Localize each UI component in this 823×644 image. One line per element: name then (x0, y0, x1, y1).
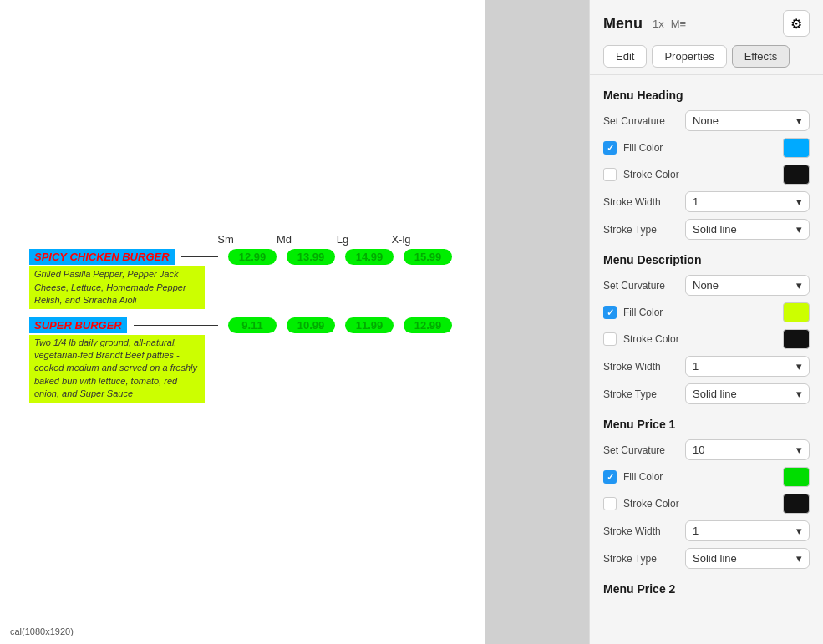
item-top-row-spicy: SPICY CHICKEN BURGER 12.99 13.99 14.99 1… (29, 249, 455, 265)
canvas-dimension-label: cal(1080x1920) (7, 626, 77, 637)
menu-item-spicy-chicken: SPICY CHICKEN BURGER 12.99 13.99 14.99 1… (29, 249, 455, 308)
fill-color-checkbox-heading[interactable]: ✓ (603, 141, 617, 155)
stroke-width-select-price1[interactable]: 1 ▾ (685, 520, 810, 541)
price-header-md: Md (255, 233, 313, 246)
menu-item-super-burger: SUPER BURGER 9.11 10.99 11.99 12.99 Two … (29, 317, 455, 403)
stroke-width-label-description: Stroke Width (603, 361, 678, 373)
stroke-width-select-heading[interactable]: 1 ▾ (685, 191, 810, 212)
price-badge-super-xlg: 12.99 (404, 317, 452, 333)
stroke-type-select-price1[interactable]: Solid line ▾ (685, 548, 810, 569)
price-headers-row: Sm Md Lg X-lg (196, 233, 455, 246)
item-name-spicy: SPICY CHICKEN BURGER (29, 249, 175, 265)
stroke-type-row-price1: Stroke Type Solid line ▾ (603, 548, 810, 569)
price-badge-spicy-md: 13.99 (287, 249, 335, 265)
panel-menu-icon: M≡ (671, 18, 686, 30)
section-title-heading: Menu Heading (603, 89, 810, 102)
stroke-color-row-description: Stroke Color (603, 329, 810, 349)
price-header-lg: Lg (313, 233, 372, 246)
price-header-sm: Sm (196, 233, 255, 246)
section-title-price2: Menu Price 2 (603, 582, 810, 596)
curvature-label-price1: Set Curvature (603, 444, 678, 456)
item-description-super: Two 1/4 lb daily ground, all-natural, ve… (29, 335, 205, 403)
price-header-xlg: X-lg (372, 233, 430, 246)
stroke-color-row-price1: Stroke Color (603, 494, 810, 514)
fill-color-swatch-description[interactable] (783, 302, 810, 322)
stroke-color-row-heading: Stroke Color (603, 165, 810, 185)
item-name-super: SUPER BURGER (29, 317, 127, 333)
stroke-width-row-price1: Stroke Width 1 ▾ (603, 520, 810, 541)
curvature-row-price1: Set Curvature 10 ▾ (603, 439, 810, 460)
menu-preview: Sm Md Lg X-lg SPICY CHICKEN BURGER 12.99… (4, 216, 480, 427)
curvature-select-description[interactable]: None ▾ (685, 275, 810, 296)
stroke-type-label-price1: Stroke Type (603, 553, 678, 565)
stroke-color-label-description: Stroke Color (623, 333, 776, 345)
section-title-price1: Menu Price 1 (603, 418, 810, 431)
curvature-select-heading[interactable]: None ▾ (685, 110, 810, 131)
canvas-area: Sm Md Lg X-lg SPICY CHICKEN BURGER 12.99… (0, 0, 589, 644)
stroke-width-row-heading: Stroke Width 1 ▾ (603, 191, 810, 212)
price-badge-spicy-lg: 14.99 (345, 249, 394, 265)
curvature-label-description: Set Curvature (603, 280, 678, 292)
stroke-color-checkbox-description[interactable] (603, 332, 617, 346)
panel-scale: 1x (653, 18, 664, 30)
stroke-type-row-description: Stroke Type Solid line ▾ (603, 383, 810, 404)
panel-title: Menu (603, 15, 643, 33)
stroke-width-select-description[interactable]: 1 ▾ (685, 356, 810, 377)
fill-color-checkbox-description[interactable]: ✓ (603, 306, 617, 319)
stroke-color-swatch-description[interactable] (783, 329, 810, 349)
price-line-spicy (181, 256, 218, 257)
curvature-row-description: Set Curvature None ▾ (603, 275, 810, 296)
price-badge-super-sm: 9.11 (228, 317, 277, 333)
price-badge-spicy-sm: 12.99 (228, 249, 277, 265)
fill-color-label-description: Fill Color (623, 307, 776, 318)
fill-color-row-price1: ✓ Fill Color (603, 467, 810, 487)
stroke-color-label-heading: Stroke Color (623, 169, 776, 180)
stroke-color-swatch-heading[interactable] (783, 165, 810, 185)
stroke-width-row-description: Stroke Width 1 ▾ (603, 356, 810, 377)
stroke-color-checkbox-price1[interactable] (603, 497, 617, 510)
fill-color-label-heading: Fill Color (623, 142, 776, 154)
stroke-color-swatch-price1[interactable] (783, 494, 810, 514)
price-badge-super-md: 10.99 (287, 317, 335, 333)
fill-color-swatch-price1[interactable] (783, 467, 810, 487)
price-line-super (134, 325, 218, 326)
stroke-type-label-description: Stroke Type (603, 388, 678, 400)
curvature-label-heading: Set Curvature (603, 115, 678, 127)
canvas-content: Sm Md Lg X-lg SPICY CHICKEN BURGER 12.99… (0, 0, 485, 644)
tab-effects[interactable]: Effects (732, 45, 790, 68)
fill-color-checkbox-price1[interactable]: ✓ (603, 470, 617, 484)
stroke-type-select-description[interactable]: Solid line ▾ (685, 383, 810, 404)
stroke-color-checkbox-heading[interactable] (603, 168, 617, 181)
price-badge-super-lg: 11.99 (345, 317, 394, 333)
tab-row: Edit Properties Effects (603, 45, 810, 68)
panel-body: Menu Heading Set Curvature None ▾ ✓ Fill… (590, 75, 823, 617)
fill-color-label-price1: Fill Color (623, 471, 776, 483)
stroke-type-label-heading: Stroke Type (603, 224, 678, 236)
fill-color-row-description: ✓ Fill Color (603, 302, 810, 322)
panel-header: Menu 1x M≡ ⚙ Edit Properties Effects (590, 0, 823, 75)
item-description-spicy: Grilled Pasilla Pepper, Pepper Jack Chee… (29, 266, 205, 308)
tab-properties[interactable]: Properties (652, 45, 726, 68)
gear-button[interactable]: ⚙ (783, 10, 810, 37)
panel-title-row: Menu 1x M≡ ⚙ (603, 10, 810, 37)
curvature-select-price1[interactable]: 10 ▾ (685, 439, 810, 460)
right-panel: Menu 1x M≡ ⚙ Edit Properties Effects Men… (589, 0, 823, 644)
price-badge-spicy-xlg: 15.99 (404, 249, 452, 265)
stroke-width-label-heading: Stroke Width (603, 196, 678, 208)
stroke-width-label-price1: Stroke Width (603, 525, 678, 537)
section-title-description: Menu Description (603, 253, 810, 266)
fill-color-row-heading: ✓ Fill Color (603, 138, 810, 158)
stroke-type-select-heading[interactable]: Solid line ▾ (685, 219, 810, 240)
stroke-type-row-heading: Stroke Type Solid line ▾ (603, 219, 810, 240)
item-top-row-super: SUPER BURGER 9.11 10.99 11.99 12.99 (29, 317, 455, 333)
stroke-color-label-price1: Stroke Color (623, 498, 776, 510)
curvature-row-heading: Set Curvature None ▾ (603, 110, 810, 131)
tab-edit[interactable]: Edit (603, 45, 647, 68)
fill-color-swatch-heading[interactable] (783, 138, 810, 158)
